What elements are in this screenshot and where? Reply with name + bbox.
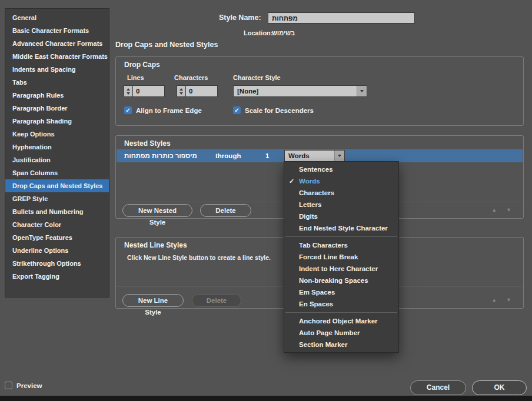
sidebar-item-paragraph-rules[interactable]: Paragraph Rules	[5, 89, 109, 102]
sidebar-item-justification[interactable]: Justification	[5, 153, 109, 166]
checkmark-icon: ✓	[289, 175, 294, 187]
nested-style-row-count[interactable]: 1	[265, 149, 269, 162]
nested-style-unit-dropdown[interactable]: Words	[284, 150, 345, 162]
window-bottom-strip	[0, 396, 532, 401]
step-down-icon	[127, 92, 130, 95]
move-down-icon[interactable]: ▼	[506, 206, 511, 213]
sidebar-item-basic-character-formats[interactable]: Basic Character Formats	[5, 24, 109, 37]
sidebar-item-paragraph-shading[interactable]: Paragraph Shading	[5, 115, 109, 128]
ok-button[interactable]: OK	[472, 380, 527, 395]
move-up-icon[interactable]: ▲	[491, 206, 497, 213]
chevron-down-icon	[357, 86, 367, 96]
style-options-sidebar: General Basic Character Formats Advanced…	[5, 8, 109, 298]
lines-input[interactable]	[132, 85, 165, 97]
sidebar-item-tabs[interactable]: Tabs	[5, 76, 109, 89]
move-down-icon[interactable]: ▼	[506, 296, 511, 303]
preview-checkbox-row: Preview	[5, 382, 42, 389]
option-digits[interactable]: Digits	[284, 210, 398, 222]
unit-dropdown-menu: Sentences ✓Words Characters Letters Digi…	[284, 161, 399, 353]
sidebar-item-bullets-and-numbering[interactable]: Bullets and Numbering	[5, 205, 109, 218]
characters-stepper	[177, 85, 218, 97]
sidebar-item-keep-options[interactable]: Keep Options	[5, 128, 109, 141]
option-anchored-object-marker[interactable]: Anchored Object Marker	[284, 315, 398, 327]
option-non-breaking-spaces[interactable]: Non-breaking Spaces	[284, 275, 398, 286]
scale-for-descenders-checkbox[interactable]	[233, 106, 241, 114]
option-words[interactable]: ✓Words	[284, 175, 398, 187]
nested-line-styles-reorder: ▲ ▼	[491, 296, 511, 303]
menu-separator	[285, 236, 397, 237]
align-to-frame-edge-checkbox[interactable]	[124, 106, 132, 114]
scale-for-descenders-checkbox-row: Scale for Descenders	[233, 106, 314, 114]
option-characters[interactable]: Characters	[284, 187, 398, 199]
sidebar-item-strikethrough-options[interactable]: Strikethrough Options	[5, 257, 109, 270]
nested-line-styles-group-title: Nested Line Styles	[124, 241, 187, 249]
nested-line-styles-hint: Click New Line Style button to create a …	[127, 254, 271, 261]
sidebar-item-drop-caps-and-nested-styles[interactable]: Drop Caps and Nested Styles	[5, 179, 109, 192]
sidebar-item-span-columns[interactable]: Span Columns	[5, 166, 109, 179]
location-label: Location:	[244, 29, 273, 36]
step-up-icon	[127, 88, 130, 91]
character-style-dropdown-value: [None]	[234, 86, 357, 96]
option-forced-line-break[interactable]: Forced Line Break	[284, 251, 398, 263]
option-section-marker[interactable]: Section Marker	[284, 339, 398, 350]
option-sentences[interactable]: Sentences	[284, 163, 398, 175]
option-end-nested-style-character[interactable]: End Nested Style Character	[284, 222, 398, 234]
nested-styles-reorder: ▲ ▼	[491, 206, 511, 213]
lines-stepper-arrows[interactable]	[124, 85, 132, 97]
sidebar-item-grep-style[interactable]: GREP Style	[5, 192, 109, 205]
sidebar-item-paragraph-border[interactable]: Paragraph Border	[5, 102, 109, 115]
drop-caps-group-title: Drop Caps	[124, 61, 160, 69]
sidebar-item-export-tagging[interactable]: Export Tagging	[5, 270, 109, 283]
option-tab-characters[interactable]: Tab Characters	[284, 239, 398, 251]
characters-stepper-arrows[interactable]	[177, 85, 185, 97]
location-value: בשימוש	[272, 29, 295, 36]
sidebar-item-character-color[interactable]: Character Color	[5, 218, 109, 231]
option-en-spaces[interactable]: En Spaces	[284, 298, 398, 310]
style-name-label: Style Name:	[219, 14, 261, 22]
preview-label: Preview	[16, 382, 42, 389]
character-style-label: Character Style	[233, 74, 281, 81]
line-style-delete-button: Delete	[192, 294, 241, 307]
option-auto-page-number[interactable]: Auto Page Number	[284, 327, 398, 339]
sidebar-item-general[interactable]: General	[5, 11, 109, 24]
nested-style-row-name[interactable]: מיספור כותרות מפתחות	[124, 149, 197, 162]
page-title: Drop Caps and Nested Styles	[115, 41, 218, 49]
nested-style-row[interactable]: מיספור כותרות מפתחות through 1 Words	[117, 149, 523, 162]
lines-stepper	[124, 85, 165, 97]
step-up-icon	[179, 88, 183, 91]
cancel-button[interactable]: Cancel	[410, 380, 466, 395]
option-letters[interactable]: Letters	[284, 199, 398, 210]
nested-delete-button[interactable]: Delete	[200, 204, 251, 217]
align-to-frame-edge-checkbox-row: Align to Frame Edge	[124, 106, 202, 114]
characters-label: Characters	[174, 74, 208, 81]
menu-separator	[285, 312, 397, 313]
sidebar-item-indents-and-spacing[interactable]: Indents and Spacing	[5, 63, 109, 76]
step-down-icon	[179, 92, 183, 95]
new-line-style-button[interactable]: New Line Style	[122, 294, 184, 307]
sidebar-item-hyphenation[interactable]: Hyphenation	[5, 141, 109, 153]
move-up-icon[interactable]: ▲	[491, 296, 497, 303]
characters-input[interactable]	[185, 85, 218, 97]
option-em-spaces[interactable]: Em Spaces	[284, 286, 398, 298]
preview-checkbox[interactable]	[5, 382, 12, 389]
nested-style-row-through: through	[215, 149, 241, 162]
lines-label: Lines	[127, 74, 144, 81]
sidebar-item-advanced-character-formats[interactable]: Advanced Character Formats	[5, 37, 109, 50]
chevron-down-icon	[334, 151, 344, 161]
nested-style-unit-value: Words	[285, 151, 334, 161]
align-to-frame-edge-label: Align to Frame Edge	[136, 107, 202, 114]
scale-for-descenders-label: Scale for Descenders	[245, 107, 314, 114]
character-style-dropdown[interactable]: [None]	[233, 85, 367, 97]
option-indent-to-here-character[interactable]: Indent to Here Character	[284, 263, 398, 275]
sidebar-item-middle-east-character-formats[interactable]: Middle East Character Formats	[5, 50, 109, 63]
drop-caps-group: Drop Caps Lines Characters Character Sty…	[115, 56, 524, 126]
nested-styles-group-title: Nested Styles	[124, 139, 171, 148]
sidebar-item-opentype-features[interactable]: OpenType Features	[5, 231, 109, 244]
style-name-input[interactable]	[268, 12, 415, 24]
sidebar-item-underline-options[interactable]: Underline Options	[5, 244, 109, 257]
new-nested-style-button[interactable]: New Nested Style	[122, 204, 192, 217]
